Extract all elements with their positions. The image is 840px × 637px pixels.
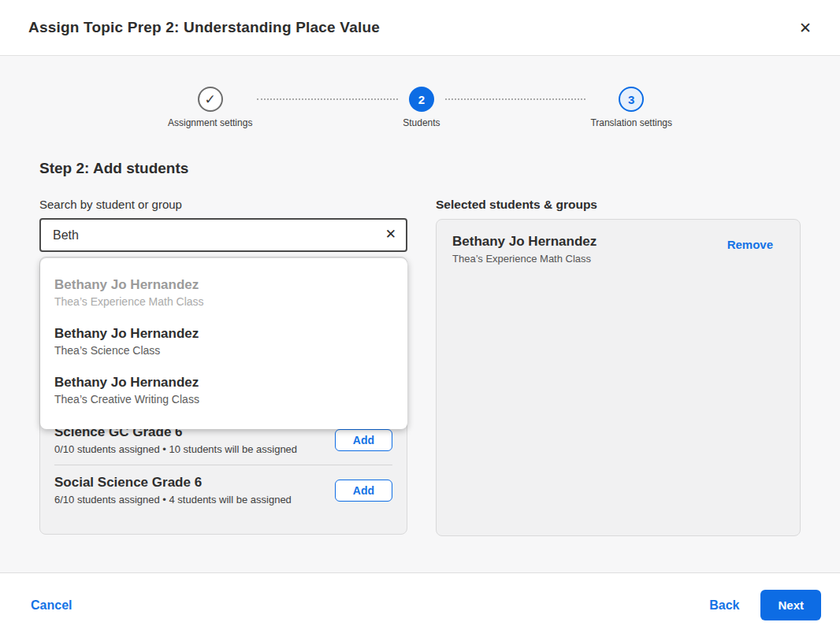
search-input[interactable]: [39, 218, 407, 252]
clear-search-icon[interactable]: ✕: [385, 226, 396, 243]
step-label: Students: [403, 117, 440, 128]
student-name: Bethany Jo Hernandez: [54, 276, 393, 293]
selected-students-panel: Bethany Jo Hernandez Thea’s Experience M…: [436, 219, 801, 536]
student-class: Thea’s Experience Math Class: [54, 294, 393, 309]
search-result-item[interactable]: Bethany Jo Hernandez Thea’s Science Clas…: [40, 317, 407, 366]
dialog-body: ✓ Assignment settings 2 Students 3 Trans…: [0, 56, 840, 572]
step-assignment-settings[interactable]: ✓ Assignment settings: [168, 87, 252, 128]
add-group-button[interactable]: Add: [335, 429, 392, 451]
search-result-item[interactable]: Bethany Jo Hernandez Thea’s Experience M…: [40, 269, 407, 317]
group-name: Social Science Grade 6: [54, 475, 325, 491]
back-button[interactable]: Back: [709, 598, 739, 613]
step-translation-settings[interactable]: 3 Translation settings: [590, 87, 672, 128]
student-name: Bethany Jo Hernandez: [452, 233, 727, 250]
student-class: Thea’s Creative Writing Class: [54, 392, 393, 407]
step-number: 2: [409, 87, 434, 112]
close-icon[interactable]: ✕: [796, 17, 815, 39]
stepper-connector: [257, 98, 398, 100]
group-row: Social Science Grade 6 6/10 students ass…: [54, 465, 392, 515]
remove-student-link[interactable]: Remove: [727, 238, 773, 251]
selected-students-heading: Selected students & groups: [436, 198, 801, 212]
stepper: ✓ Assignment settings 2 Students 3 Trans…: [168, 87, 672, 128]
add-group-button[interactable]: Add: [335, 480, 392, 502]
check-icon: ✓: [198, 87, 223, 112]
student-class: Thea’s Experience Math Class: [452, 253, 727, 265]
search-results-dropdown: Bethany Jo Hernandez Thea’s Experience M…: [40, 258, 407, 429]
search-result-item[interactable]: Bethany Jo Hernandez Thea’s Creative Wri…: [40, 366, 407, 415]
cancel-button[interactable]: Cancel: [31, 598, 72, 613]
stepper-connector: [445, 98, 586, 100]
assign-dialog: Assign Topic Prep 2: Understanding Place…: [0, 0, 840, 637]
search-label: Search by student or group: [39, 198, 407, 211]
student-name: Bethany Jo Hernandez: [54, 325, 393, 342]
student-class: Thea’s Science Class: [54, 343, 393, 358]
page-title: Step 2: Add students: [39, 160, 801, 177]
student-name: Bethany Jo Hernandez: [54, 374, 393, 391]
dialog-header: Assign Topic Prep 2: Understanding Place…: [0, 0, 840, 56]
dialog-title: Assign Topic Prep 2: Understanding Place…: [28, 19, 380, 36]
group-meta: 6/10 students assigned • 4 students will…: [54, 494, 325, 506]
step-label: Translation settings: [590, 117, 672, 128]
step-students[interactable]: 2 Students: [403, 87, 440, 128]
group-meta: 0/10 students assigned • 10 students wil…: [54, 443, 325, 455]
step-number: 3: [619, 87, 644, 112]
next-button[interactable]: Next: [760, 590, 821, 620]
dialog-footer: Cancel Back Next: [0, 572, 840, 637]
step-label: Assignment settings: [168, 117, 252, 128]
selected-student-row: Bethany Jo Hernandez Thea’s Experience M…: [452, 233, 784, 265]
